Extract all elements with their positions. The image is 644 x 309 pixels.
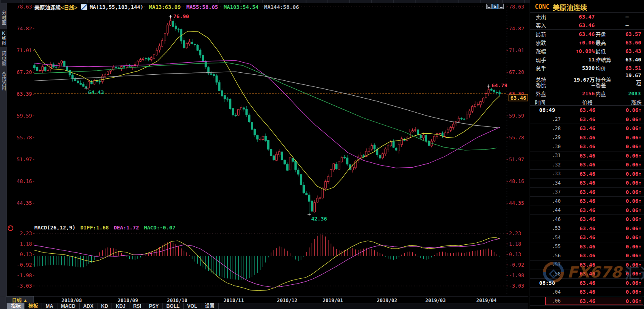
tape-col-change: 涨跌 — [608, 98, 642, 106]
axis-tick-label: 71.01 — [17, 47, 32, 53]
axis-tick-label: 0.13 — [509, 251, 521, 257]
quote-value: 2156 — [558, 90, 595, 97]
tape-time: 08:50 — [535, 280, 567, 286]
tape-time: .29 — [535, 135, 567, 140]
quote-label: 现手 — [536, 56, 558, 63]
tape-price: 63.46 — [567, 252, 608, 259]
tape-time: .56 — [535, 253, 567, 259]
quote-label: 最新 — [536, 30, 558, 38]
tape-time: .54 — [535, 235, 567, 240]
tape-row: .5463.460.06↑ — [530, 233, 644, 242]
quote-field-ratio-diff: 委比—委差— — [530, 81, 644, 89]
tape-row: .2863.460.06↑ — [530, 124, 644, 133]
tape-change: 0.06↑ — [608, 280, 642, 286]
axis-tick-label: -1.98 — [17, 272, 32, 278]
indicator-tab-boll[interactable]: BOLL — [163, 303, 184, 309]
quote-value: 63.57 — [625, 31, 641, 37]
axis-tick-label: 0.13 — [20, 251, 32, 257]
period-selector-button[interactable]: 日线 ▲ — [6, 296, 34, 303]
indicator-tab-adx[interactable]: ADX — [80, 303, 97, 309]
indicator-tab-template[interactable]: 模板 — [25, 303, 42, 309]
tape-row: .2963.460.06↑ — [530, 133, 644, 143]
ma-line-ma13 — [34, 31, 500, 190]
tape-change: 0.06↑ — [608, 107, 642, 113]
macd-params: MACD(26,12,9) — [34, 225, 76, 231]
tape-row: .4063.460.06↑ — [530, 197, 644, 206]
tape-time: .46 — [535, 217, 567, 222]
tape-change: 0.06↑ — [608, 153, 642, 159]
indicator-tab-ma[interactable]: MA — [42, 303, 57, 309]
indicator-tab-settings[interactable]: 设置 — [201, 303, 219, 309]
tape-time: 08:49 — [535, 107, 567, 113]
tape-time: .40 — [535, 198, 567, 204]
tape-price: 63.46 — [567, 289, 608, 295]
tape-row: .5563.460.06↑ — [530, 242, 644, 252]
indicator-tab-kd[interactable]: KD — [97, 303, 112, 309]
price-chart-canvas[interactable]: 78.6378.6374.8274.8271.0171.0167.2067.20… — [0, 0, 528, 309]
tape-price: 63.46 — [567, 225, 608, 231]
axis-tick-label: 48.16 — [17, 178, 32, 184]
indicator-tab-indicator[interactable]: 指标 — [7, 303, 25, 309]
axis-tick-label: 74.82 — [17, 25, 32, 32]
symbol-name: 美原油连续 — [34, 3, 61, 11]
tape-change: 0.06↑ — [608, 116, 642, 122]
tape-change: 0.06↑ — [608, 135, 642, 141]
tape-change: 0.06↑ — [608, 252, 642, 259]
indicator-tab-kdj[interactable]: KDJ — [112, 303, 129, 309]
quote-value: 11 — [558, 57, 595, 63]
ma-settings-label: MA(13,55,103,144) — [90, 4, 144, 10]
tape-time: .33 — [535, 171, 567, 177]
axis-tick-label: 74.82 — [509, 25, 524, 32]
axis-tick-label: -1.98 — [509, 272, 524, 278]
tape-time: .06 — [535, 298, 567, 304]
x-axis-label: 2018/12 — [277, 298, 298, 303]
ma55-value: MA55:58.05 — [186, 4, 218, 10]
quote-panel: CONC 美原油连续 卖出63.47—买入63.46—最新63.46开盘63.5… — [530, 0, 644, 309]
indicator-tab-macd[interactable]: MACD — [57, 303, 80, 309]
quote-label: 总手 — [536, 64, 558, 72]
macd-pane — [34, 234, 500, 291]
annotations-layer: 76.9064.4342.3664.7963.46 — [84, 13, 528, 222]
chart-title-line: 美原油连续<日线> MA(13,55,103,144) MA13:63.09 M… — [34, 4, 299, 10]
indicator-target-icon[interactable] — [8, 225, 13, 231]
tape-price: 63.46 — [567, 143, 608, 149]
axis-tick-label: 67.20 — [509, 69, 524, 75]
quote-value: 63.46 — [559, 22, 595, 28]
tape-row: 08:4963.460.06↑ — [530, 106, 644, 115]
quote-value: 63.51 — [625, 65, 641, 71]
chart-scale-icon[interactable] — [486, 4, 492, 9]
quote-header: CONC 美原油连续 — [530, 0, 644, 12]
chart-shift-icon[interactable] — [498, 4, 504, 9]
quote-value: ↑0.09% — [558, 48, 595, 54]
tape-row: .3063.460.06↑ — [530, 142, 644, 151]
tape-row: .3763.460.06↑ — [530, 188, 644, 197]
tape-price: 63.46 — [567, 189, 608, 195]
quote-field-outer-inner: 外盘2156内盘2083 — [530, 89, 644, 98]
indicator-tab-psy[interactable]: PSY — [145, 303, 163, 309]
chart-play-icon[interactable] — [492, 4, 498, 9]
tape-price: 63.46 — [567, 116, 608, 122]
quote-fields: 卖出63.47—买入63.46—最新63.46开盘63.57涨跌↑0.06最高6… — [530, 13, 644, 98]
ma103-value: MA103:54.54 — [224, 4, 258, 10]
tape-row: .0463.460.06↑ — [530, 288, 644, 297]
price-extreme-label: 42.36 — [311, 216, 327, 222]
tape-row: 08:5063.460.06↑ — [530, 279, 644, 288]
tape-price: 63.46 — [567, 280, 608, 286]
tape-change: 0.06↑ — [608, 234, 642, 240]
axis-tick-label: 2.23 — [20, 230, 32, 236]
axis-tick-label: 63.39 — [17, 91, 32, 97]
tape-list[interactable]: 08:4963.460.06↑.2763.460.06↑.2863.460.06… — [530, 106, 644, 306]
kline-type-icon[interactable] — [81, 4, 87, 10]
last-price-tag: 63.46 — [510, 95, 526, 101]
quote-value: 63.43 — [625, 48, 641, 54]
quote-value: — — [558, 82, 595, 88]
tape-change: 0.06↑ — [608, 180, 642, 186]
tape-price: 63.46 — [567, 207, 608, 213]
tape-row: .5363.460.06↑ — [530, 224, 644, 233]
quote-label: 涨幅 — [536, 47, 558, 55]
quote-label: 委比 — [536, 81, 558, 89]
period-tag: <日线> — [61, 3, 78, 11]
indicator-tab-rsi[interactable]: RSI — [129, 303, 145, 309]
indicator-tab-vol[interactable]: VOL — [184, 303, 201, 309]
tape-time: .32 — [535, 162, 567, 168]
